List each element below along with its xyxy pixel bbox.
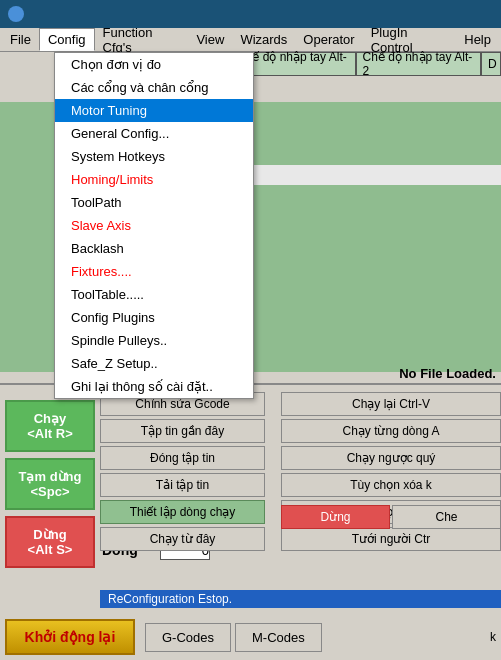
bottom-right-text: k bbox=[490, 630, 496, 644]
white-strip bbox=[240, 165, 501, 185]
chay-nguoc-button[interactable]: Chạy ngược quý bbox=[281, 446, 501, 470]
status-text: ReConfiguration Estop. bbox=[100, 590, 501, 608]
menu-safe-z-setup[interactable]: Safe_Z Setup.. bbox=[55, 352, 253, 375]
menu-plugin-control[interactable]: PlugIn Control bbox=[363, 28, 457, 51]
app-icon bbox=[8, 6, 24, 22]
green-area-right bbox=[240, 102, 501, 372]
menu-config[interactable]: Config bbox=[39, 28, 95, 51]
menu-help[interactable]: Help bbox=[456, 28, 499, 51]
menu-ghi-lai-thong-so[interactable]: Ghi lại thông số cài đặt.. bbox=[55, 375, 253, 398]
no-file-label: No File Loaded. bbox=[399, 366, 496, 381]
restart-button[interactable]: Khởi động lại bbox=[5, 619, 135, 655]
mcode-button[interactable]: M-Codes bbox=[235, 623, 322, 652]
menu-wizards[interactable]: Wizards bbox=[232, 28, 295, 51]
duo-buttons: Dừng Che bbox=[281, 505, 501, 529]
bottom-bar: Khởi động lại G-Codes M-Codes k bbox=[0, 617, 501, 657]
menu-tooltable[interactable]: ToolTable..... bbox=[55, 283, 253, 306]
chay-button[interactable]: Chạy <Alt R> bbox=[5, 400, 95, 452]
menu-function-cfgs[interactable]: Function Cfg's bbox=[95, 28, 189, 51]
right-buttons-group: Chạy lại Ctrl-V Chạy từng dòng A Chạy ng… bbox=[281, 392, 501, 554]
menu-fixtures[interactable]: Fixtures.... bbox=[55, 260, 253, 283]
menu-cac-cong[interactable]: Các cổng và chân cổng bbox=[55, 76, 253, 99]
tam-dung-button[interactable]: Tạm dừng <Spc> bbox=[5, 458, 95, 510]
menu-homing-limits[interactable]: Homing/Limits bbox=[55, 168, 253, 191]
menu-slave-axis[interactable]: Slave Axis bbox=[55, 214, 253, 237]
mode-buttons-row: Chế độ nhập tay Alt-1 Chế độ nhập tay Al… bbox=[230, 52, 501, 76]
chay-tung-dong-button[interactable]: Chạy từng dòng A bbox=[281, 419, 501, 443]
thiet-lap-dong-chay-button[interactable]: Thiết lập dòng chạy bbox=[100, 500, 265, 524]
tuy-chon-xoa-button[interactable]: Tùy chọn xóa k bbox=[281, 473, 501, 497]
status-bar: ReConfiguration Estop. bbox=[100, 587, 501, 611]
che-btn[interactable]: Che bbox=[392, 505, 501, 529]
menu-file[interactable]: File bbox=[2, 28, 39, 51]
menu-config-plugins[interactable]: Config Plugins bbox=[55, 306, 253, 329]
menu-bar: File Config Function Cfg's View Wizards … bbox=[0, 28, 501, 52]
menu-operator[interactable]: Operator bbox=[295, 28, 362, 51]
tap-tin-gan-day-button[interactable]: Tập tin gần đây bbox=[100, 419, 265, 443]
menu-backlash[interactable]: Backlash bbox=[55, 237, 253, 260]
menu-motor-tuning[interactable]: Motor Tuning bbox=[55, 99, 253, 122]
dong-tap-tin-button[interactable]: Đóng tập tin bbox=[100, 446, 265, 470]
mode-btn-3[interactable]: D bbox=[481, 52, 501, 76]
dung-btn-right[interactable]: Dừng bbox=[281, 505, 390, 529]
chay-lai-button[interactable]: Chạy lại Ctrl-V bbox=[281, 392, 501, 416]
menu-view[interactable]: View bbox=[188, 28, 232, 51]
chay-tu-day-button[interactable]: Chạy từ đây bbox=[100, 527, 265, 551]
menu-system-hotkeys[interactable]: System Hotkeys bbox=[55, 145, 253, 168]
menu-toolpath[interactable]: ToolPath bbox=[55, 191, 253, 214]
tai-tap-tin-button[interactable]: Tải tập tin bbox=[100, 473, 265, 497]
config-dropdown-menu: Chọn đơn vị đo Các cổng và chân cổng Mot… bbox=[54, 52, 254, 399]
gcode-button[interactable]: G-Codes bbox=[145, 623, 231, 652]
menu-spindle-pulleys[interactable]: Spindle Pulleys.. bbox=[55, 329, 253, 352]
menu-general-config[interactable]: General Config... bbox=[55, 122, 253, 145]
dung-button[interactable]: Dừng <Alt S> bbox=[5, 516, 95, 568]
tuoi-nguoi-button[interactable]: Tưới người Ctr bbox=[281, 527, 501, 551]
menu-chon-don-vi[interactable]: Chọn đơn vị đo bbox=[55, 53, 253, 76]
mode-btn-2[interactable]: Chế độ nhập tay Alt-2 bbox=[356, 52, 482, 76]
center-buttons-group: Chỉnh sửa Gcode Tập tin gần đây Đóng tập… bbox=[100, 392, 265, 554]
